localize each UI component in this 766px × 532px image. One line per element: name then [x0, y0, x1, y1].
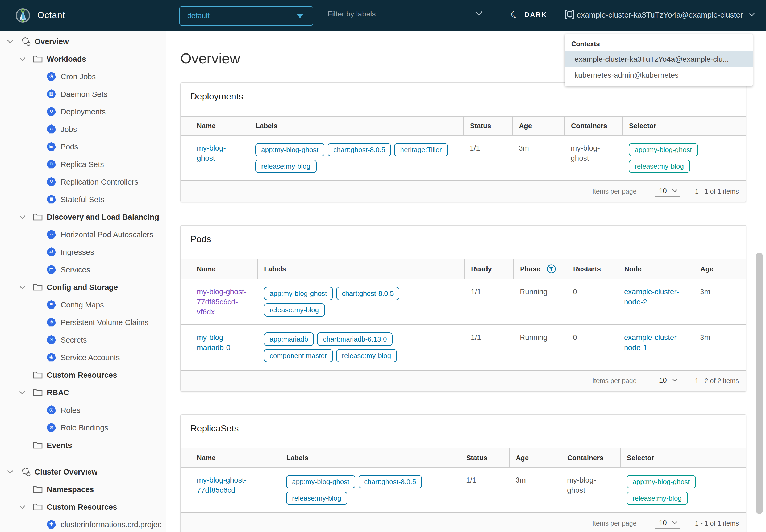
selector-tag: release:my-blog: [627, 492, 688, 505]
page-size-select[interactable]: 10: [655, 186, 680, 197]
top-bar: Octant default ☾ DARK example-cluster-ka…: [0, 0, 766, 31]
main-content: Overview Deployments Name Labels Status …: [167, 31, 766, 532]
deployments-card-title: Deployments: [181, 92, 746, 102]
node-link[interactable]: example-cluster-node-2: [624, 287, 679, 306]
chevron-down-icon[interactable]: [19, 390, 26, 394]
pagination-bar: Items per page 10 1 - 1 of 1 items: [181, 513, 746, 532]
sidebar-item-cron-jobs[interactable]: ◷Cron Jobs: [0, 68, 166, 85]
label-tag: release:my-blog: [336, 349, 397, 362]
sidebar-item-namespaces[interactable]: Namespaces: [0, 480, 166, 498]
column-header-status: Status: [463, 116, 512, 135]
phase-cell: Running: [513, 279, 567, 325]
table-row: my-blog-mariadb-0 app:mariadbchart:maria…: [181, 325, 746, 370]
sidebar-item-cluster-overview[interactable]: Cluster Overview: [0, 463, 166, 480]
selector-tag: app:my-blog-ghost: [629, 143, 698, 156]
column-header-labels: Labels: [280, 448, 460, 467]
namespace-select[interactable]: default: [179, 6, 313, 26]
context-menu-item-selected[interactable]: example-cluster-ka3TuTzYo4a@example-clu.…: [565, 51, 753, 67]
replicaset-link[interactable]: my-blog-ghost-77df85c6cd: [197, 476, 247, 494]
sidebar-item-workloads[interactable]: Workloads: [0, 50, 166, 68]
sidebar-item-deployments[interactable]: ↻Deployments: [0, 103, 166, 120]
sidebar-item-stateful-sets[interactable]: ≣Stateful Sets: [0, 190, 166, 208]
chevron-down-icon[interactable]: [19, 285, 26, 289]
column-header-status: Status: [460, 448, 509, 467]
stateful-sets-icon: ≣: [47, 195, 56, 204]
pod-link[interactable]: my-blog-mariadb-0: [197, 333, 230, 352]
chevron-down-icon[interactable]: [19, 215, 26, 219]
chevron-down-icon[interactable]: [7, 39, 13, 43]
service-accounts-icon: ◉: [47, 353, 56, 362]
pods-icon: ▣: [47, 142, 56, 151]
hpa-icon: ⇔: [47, 230, 56, 239]
applications-icon: [21, 466, 31, 477]
page-size-select[interactable]: 10: [655, 518, 680, 529]
label-tag: release:my-blog: [255, 160, 316, 173]
sidebar-item-horizontal-pod-autoscalers[interactable]: ⇔Horizontal Pod Autoscalers: [0, 226, 166, 243]
page-size-select[interactable]: 10: [655, 376, 680, 386]
ready-cell: 1/1: [464, 279, 513, 325]
table-header-row: Name Labels Ready Phase Restarts Node Ag…: [181, 259, 746, 279]
deployments-card: Deployments Name Labels Status Age Conta…: [180, 82, 746, 202]
folder-icon: [33, 213, 43, 221]
chevron-down-icon[interactable]: [19, 505, 26, 509]
pvc-icon: ⊜: [47, 318, 56, 327]
label-tag: chart:ghost-8.0.5: [336, 287, 399, 300]
chevron-down-icon[interactable]: [19, 57, 26, 61]
chevron-down-icon[interactable]: [7, 469, 13, 474]
sidebar-item-overview[interactable]: Overview: [0, 32, 166, 50]
column-header-containers: Containers: [561, 448, 620, 467]
pod-link[interactable]: my-blog-ghost-77df85c6cd-vf6dx: [197, 287, 247, 316]
sidebar-item-persistent-volume-claims[interactable]: ⊜Persistent Volume Claims: [0, 313, 166, 331]
role-bindings-icon: ⊛: [47, 423, 56, 432]
sidebar-item-events[interactable]: Events: [0, 436, 166, 454]
folder-icon: [33, 503, 43, 511]
sidebar-item-custom-resources[interactable]: Custom Resources: [0, 366, 166, 384]
selector-tag: app:my-blog-ghost: [627, 475, 696, 488]
items-per-page-label: Items per page: [592, 520, 637, 527]
context-menu-item[interactable]: kubernetes-admin@kubernetes: [565, 67, 753, 83]
table-header-row: Name Labels Status Age Containers Select…: [181, 116, 746, 135]
sidebar-item-cluster-custom-resources[interactable]: Custom Resources: [0, 498, 166, 516]
sidebar-item-daemon-sets[interactable]: ▦Daemon Sets: [0, 85, 166, 103]
dark-theme-label: DARK: [524, 11, 547, 19]
sidebar-item-pods[interactable]: ▣Pods: [0, 138, 166, 155]
restarts-cell: 0: [567, 325, 618, 370]
age-cell: 3m: [512, 135, 564, 181]
daemon-sets-icon: ▦: [47, 89, 56, 98]
sidebar-item-replication-controllers[interactable]: ↻Replication Controllers: [0, 173, 166, 190]
sidebar-item-config-and-storage[interactable]: Config and Storage: [0, 278, 166, 296]
status-cell: 1/1: [460, 467, 509, 513]
sidebar-item-clusterinformations-crd[interactable]: ✚clusterinformations.crd.projec: [0, 516, 166, 532]
folder-icon: [33, 388, 43, 396]
column-header-age: Age: [512, 116, 564, 135]
label-filter-input[interactable]: [326, 6, 472, 21]
sidebar-item-services[interactable]: ▤Services: [0, 261, 166, 278]
pagination-range: 1 - 1 of 1 items: [695, 520, 739, 527]
sidebar-item-role-bindings[interactable]: ⊛Role Bindings: [0, 419, 166, 436]
sidebar-item-ingresses[interactable]: ⇄Ingresses: [0, 243, 166, 261]
column-header-labels: Labels: [249, 116, 463, 135]
config-maps-icon: ≡: [47, 300, 56, 309]
sidebar-item-discovery-and-load-balancing[interactable]: Discovery and Load Balancing: [0, 208, 166, 226]
jobs-icon: ⠿: [47, 124, 56, 134]
sidebar-item-service-accounts[interactable]: ◉Service Accounts: [0, 348, 166, 366]
sidebar-item-rbac[interactable]: RBAC: [0, 384, 166, 401]
node-link[interactable]: example-cluster-node-1: [624, 333, 679, 352]
pods-card: Pods Name Labels Ready Phase Restarts No…: [180, 225, 746, 392]
sidebar-item-roles[interactable]: ◎Roles: [0, 401, 166, 419]
deployments-table: Name Labels Status Age Containers Select…: [181, 116, 746, 181]
dark-theme-toggle[interactable]: ☾ DARK: [511, 9, 569, 22]
deployment-link[interactable]: my-blog-ghost: [197, 144, 226, 162]
table-row: my-blog-ghost-77df85c6cd app:my-blog-gho…: [181, 467, 746, 513]
context-switcher[interactable]: example-cluster-ka3TuTzYo4a@example-clus…: [562, 7, 759, 23]
sidebar-item-secrets[interactable]: ⊠Secrets: [0, 331, 166, 348]
column-header-age: Age: [694, 259, 746, 279]
filter-icon[interactable]: [547, 264, 556, 273]
pods-card-title: Pods: [181, 234, 746, 245]
page-scrollbar[interactable]: [756, 253, 763, 514]
sidebar-item-jobs[interactable]: ⠿Jobs: [0, 120, 166, 138]
contexts-dropdown: Contexts example-cluster-ka3TuTzYo4a@exa…: [565, 34, 753, 86]
label-filter: [326, 6, 485, 22]
sidebar-item-config-maps[interactable]: ≡Config Maps: [0, 296, 166, 313]
sidebar-item-replica-sets[interactable]: ⧉Replica Sets: [0, 155, 166, 173]
